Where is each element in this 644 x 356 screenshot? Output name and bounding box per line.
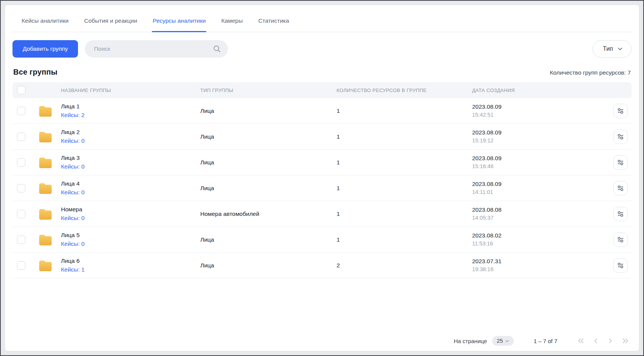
resource-count: 1 xyxy=(337,108,472,114)
created-time: 15:42:51 xyxy=(472,111,610,119)
row-checkbox[interactable] xyxy=(17,210,25,218)
row-settings-button[interactable] xyxy=(613,104,628,118)
table-row: Лица 2 Кейсы: 0 Лица 1 2023.08.09 15:19:… xyxy=(12,124,632,150)
group-cases-link[interactable]: Кейсы: 0 xyxy=(61,214,200,222)
type-filter-label: Тип xyxy=(603,45,613,52)
chevron-down-icon xyxy=(617,46,623,52)
group-name: Лица 6 xyxy=(61,257,200,265)
select-all-checkbox[interactable] xyxy=(17,86,25,94)
search-input[interactable] xyxy=(94,45,213,52)
first-page-button[interactable] xyxy=(577,338,585,344)
chevron-left-icon xyxy=(593,338,599,344)
row-checkbox[interactable] xyxy=(17,133,25,141)
sliders-icon xyxy=(617,236,624,244)
resource-count: 1 xyxy=(337,185,472,192)
group-name: Лица 4 xyxy=(61,180,200,188)
col-resource-count: КОЛИЧЕСТВО РЕСУРСОВ В ГРУППЕ xyxy=(337,87,472,93)
next-page-button[interactable] xyxy=(607,338,613,344)
chevron-down-icon xyxy=(505,339,509,343)
row-settings-button[interactable] xyxy=(613,155,628,170)
row-checkbox[interactable] xyxy=(17,158,25,167)
section-head: Все группы Количество групп ресурсов: 7 xyxy=(5,58,639,82)
double-chevron-left-icon xyxy=(577,338,585,344)
tab-statistics[interactable]: Статистика xyxy=(258,10,289,32)
group-name: Номера xyxy=(61,205,200,214)
row-settings-button[interactable] xyxy=(613,181,628,195)
row-checkbox[interactable] xyxy=(17,107,25,115)
group-type: Лица xyxy=(200,133,337,140)
row-settings-button[interactable] xyxy=(613,258,628,273)
created-time: 15:16:46 xyxy=(472,162,610,170)
resource-count: 1 xyxy=(337,159,472,166)
per-page-value: 25 xyxy=(497,338,503,344)
tab-events-reactions[interactable]: События и реакции xyxy=(84,10,137,32)
created-date: 2023.08.09 xyxy=(472,180,610,188)
search-box[interactable] xyxy=(85,40,228,58)
content-panel: Кейсы аналитики События и реакции Ресурс… xyxy=(5,5,639,351)
last-page-button[interactable] xyxy=(622,338,629,344)
sliders-icon xyxy=(617,184,624,192)
folder-icon xyxy=(39,208,52,220)
tabs-bar: Кейсы аналитики События и реакции Ресурс… xyxy=(12,10,632,32)
row-settings-button[interactable] xyxy=(613,130,628,144)
group-cases-link[interactable]: Кейсы: 0 xyxy=(61,188,200,197)
tab-analytics-cases[interactable]: Кейсы аналитики xyxy=(22,10,69,32)
sliders-icon xyxy=(617,210,624,218)
row-settings-button[interactable] xyxy=(613,207,628,221)
groups-table: НАЗВАНИЕ ГРУППЫ ТИП ГРУППЫ КОЛИЧЕСТВО РЕ… xyxy=(12,82,632,278)
group-cases-link[interactable]: Кейсы: 0 xyxy=(61,162,200,171)
per-page-select[interactable]: 25 xyxy=(492,336,514,346)
group-cases-link[interactable]: Кейсы: 0 xyxy=(61,240,200,248)
resource-count: 1 xyxy=(337,236,472,243)
row-checkbox[interactable] xyxy=(17,184,25,192)
col-group-name: НАЗВАНИЕ ГРУППЫ xyxy=(61,87,200,93)
group-type: Номера автомобилей xyxy=(200,211,337,217)
row-checkbox[interactable] xyxy=(17,261,25,270)
table-row: Лица 4 Кейсы: 0 Лица 1 2023.08.09 14:11:… xyxy=(12,175,632,201)
created-date: 2023.08.09 xyxy=(472,103,610,111)
group-cases-link[interactable]: Кейсы: 2 xyxy=(61,111,200,119)
pager-controls xyxy=(577,338,629,344)
col-group-type: ТИП ГРУППЫ xyxy=(200,87,337,93)
toolbar: Добавить группу Тип xyxy=(5,32,639,58)
tab-analytics-resources[interactable]: Ресурсы аналитики xyxy=(153,10,206,32)
table-row: Лица 5 Кейсы: 0 Лица 1 2023.08.02 11:53:… xyxy=(12,227,632,253)
group-type: Лица xyxy=(200,262,337,269)
search-icon[interactable] xyxy=(213,45,221,53)
sliders-icon xyxy=(617,107,624,115)
resource-count: 2 xyxy=(337,262,472,269)
folder-icon xyxy=(39,234,52,245)
table-row: Лица 6 Кейсы: 1 Лица 2 2023.07.31 19:38:… xyxy=(12,253,632,278)
add-group-button[interactable]: Добавить группу xyxy=(12,40,78,58)
pagination-bar: На странице 25 1 – 7 of 7 xyxy=(454,336,629,346)
col-created-date: ДАТА СОЗДАНИЯ xyxy=(472,87,610,93)
group-cases-link[interactable]: Кейсы: 1 xyxy=(61,265,200,274)
folder-icon xyxy=(39,183,52,194)
sliders-icon xyxy=(617,262,624,269)
type-filter-dropdown[interactable]: Тип xyxy=(593,40,632,58)
folder-icon xyxy=(39,131,52,142)
created-date: 2023.08.02 xyxy=(472,231,610,240)
group-name: Лица 3 xyxy=(61,154,200,162)
chevron-right-icon xyxy=(607,338,613,344)
page-title: Все группы xyxy=(13,68,58,77)
row-settings-button[interactable] xyxy=(613,233,628,247)
created-time: 11:53:16 xyxy=(472,240,610,248)
created-time: 14:05:37 xyxy=(472,214,610,222)
group-name: Лица 5 xyxy=(61,231,200,239)
group-type: Лица xyxy=(200,159,337,166)
sliders-icon xyxy=(617,159,624,166)
created-date: 2023.08.08 xyxy=(472,206,610,214)
tab-cameras[interactable]: Камеры xyxy=(221,10,243,32)
resource-count: 1 xyxy=(337,211,472,217)
group-type: Лица xyxy=(200,108,337,114)
folder-icon xyxy=(39,260,52,271)
created-date: 2023.08.09 xyxy=(472,154,610,162)
row-checkbox[interactable] xyxy=(17,236,25,244)
created-time: 14:11:01 xyxy=(472,188,610,196)
double-chevron-right-icon xyxy=(622,338,629,344)
prev-page-button[interactable] xyxy=(593,338,599,344)
created-time: 19:38:16 xyxy=(472,265,610,273)
group-cases-link[interactable]: Кейсы: 0 xyxy=(61,137,200,145)
group-type: Лица xyxy=(200,236,337,243)
